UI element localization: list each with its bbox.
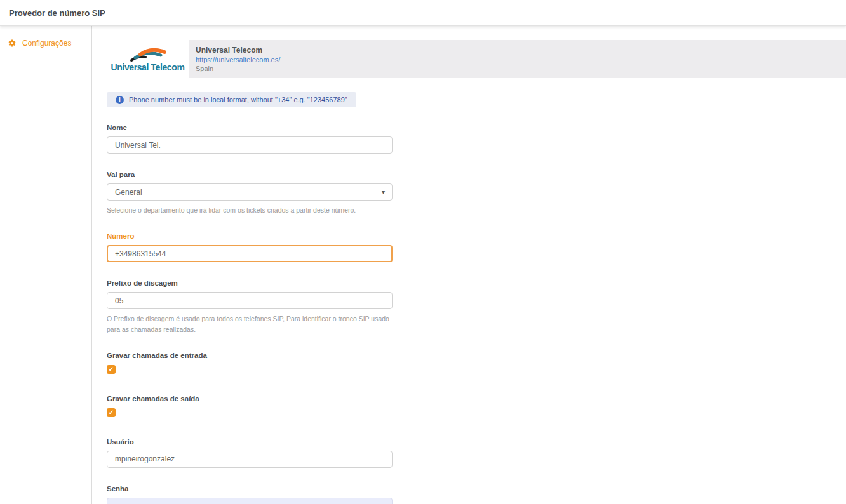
- provider-name: Universal Telecom: [196, 46, 280, 55]
- main-content: Universal Telecom Universal Telecom http…: [92, 26, 846, 504]
- gravar-entrada-label: Gravar chamadas de entrada: [107, 352, 393, 359]
- check-icon: ✓: [109, 366, 114, 373]
- sidebar-item-configuracoes[interactable]: Configurações: [0, 39, 91, 48]
- page-layout: Configurações Universal Telecom Universa…: [0, 26, 846, 504]
- gravar-saida-label: Gravar chamadas de saída: [107, 395, 393, 402]
- field-group-prefixo: Prefixo de discagem O Prefixo de discage…: [107, 279, 393, 335]
- field-group-senha: Senha: [107, 485, 393, 504]
- sidebar-item-label: Configurações: [22, 39, 71, 48]
- provider-meta: Universal Telecom https://universaltelec…: [189, 40, 280, 78]
- vai-para-select[interactable]: General ▾: [107, 183, 393, 201]
- gear-icon: [8, 39, 17, 48]
- senha-label: Senha: [107, 485, 393, 493]
- nome-label: Nome: [107, 124, 393, 131]
- senha-input[interactable]: [107, 498, 393, 504]
- provider-country: Spain: [196, 65, 280, 72]
- field-group-vai-para: Vai para General ▾ Selecione o departame…: [107, 171, 393, 215]
- numero-input[interactable]: [107, 245, 393, 262]
- vai-para-help-text: Selecione o departamento que irá lidar c…: [107, 205, 393, 215]
- nome-input[interactable]: [107, 136, 393, 154]
- vai-para-selected-value: General: [115, 188, 142, 197]
- info-icon: i: [116, 96, 124, 104]
- chevron-down-icon: ▾: [382, 189, 385, 196]
- provider-logo: Universal Telecom: [107, 40, 189, 78]
- check-icon: ✓: [109, 409, 114, 416]
- info-banner-text: Phone number must be in local format, wi…: [129, 96, 347, 103]
- logo-swoosh-icon: [128, 48, 168, 63]
- field-group-gravar-saida: Gravar chamadas de saída ✓: [107, 395, 393, 417]
- provider-card: Universal Telecom Universal Telecom http…: [107, 40, 846, 78]
- field-group-nome: Nome: [107, 124, 393, 154]
- numero-label: Número: [107, 232, 393, 240]
- prefixo-label: Prefixo de discagem: [107, 279, 393, 287]
- sidebar: Configurações: [0, 26, 92, 504]
- page-title: Provedor de número SIP: [9, 8, 105, 18]
- gravar-saida-checkbox[interactable]: ✓: [107, 408, 116, 417]
- info-banner: i Phone number must be in local format, …: [107, 92, 356, 107]
- field-group-numero: Número: [107, 232, 393, 262]
- vai-para-label: Vai para: [107, 171, 393, 178]
- provider-url-link[interactable]: https://universaltelecom.es/: [196, 56, 280, 63]
- topbar: Provedor de número SIP: [0, 0, 846, 26]
- provider-logo-text: Universal Telecom: [111, 62, 185, 72]
- prefixo-input[interactable]: [107, 292, 393, 309]
- sip-provider-form: Nome Vai para General ▾ Selecione o depa…: [107, 124, 393, 504]
- prefixo-help-text: O Prefixo de discagem é usado para todos…: [107, 314, 393, 335]
- gravar-entrada-checkbox[interactable]: ✓: [107, 365, 116, 374]
- usuario-input[interactable]: [107, 451, 393, 468]
- usuario-label: Usuário: [107, 438, 393, 446]
- field-group-usuario: Usuário: [107, 438, 393, 468]
- field-group-gravar-entrada: Gravar chamadas de entrada ✓: [107, 352, 393, 374]
